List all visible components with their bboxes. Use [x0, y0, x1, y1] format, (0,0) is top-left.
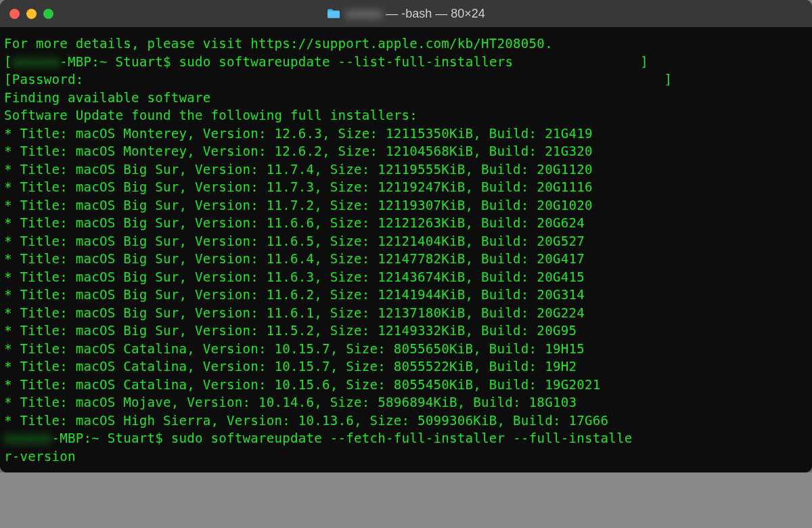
password-line: [Password: ] [4, 71, 808, 89]
installer-row: * Title: macOS Mojave, Version: 10.14.6,… [4, 394, 808, 412]
installer-row: * Title: macOS Big Sur, Version: 11.6.4,… [4, 250, 808, 269]
title-redacted: xxxxxx [346, 7, 382, 20]
terminal-body[interactable]: For more details, please visit https://s… [0, 27, 812, 472]
title-suffix: — -bash — 80×24 [386, 7, 485, 20]
prompt-cmd2: xxxxxx-MBP:~ Stuart$ sudo softwareupdate… [4, 430, 808, 448]
minimize-button[interactable] [26, 9, 37, 19]
installer-row: * Title: macOS Big Sur, Version: 11.7.4,… [4, 161, 808, 179]
info-line: For more details, please visit https://s… [4, 35, 808, 53]
folder-icon [327, 8, 340, 19]
installer-row: * Title: macOS Big Sur, Version: 11.6.6,… [4, 215, 808, 233]
title-bar[interactable]: xxxxxx — -bash — 80×24 [0, 0, 812, 27]
terminal-window: xxxxxx — -bash — 80×24 For more details,… [0, 0, 812, 472]
installer-row: * Title: macOS High Sierra, Version: 10.… [4, 412, 808, 431]
installer-row: * Title: macOS Monterey, Version: 12.6.3… [4, 125, 808, 144]
svg-rect-0 [328, 12, 340, 18]
window-title: xxxxxx — -bash — 80×24 [0, 7, 812, 21]
prompt-cmd1: [xxxxxx-MBP:~ Stuart$ sudo softwareupdat… [4, 53, 808, 72]
installer-row: * Title: macOS Big Sur, Version: 11.7.3,… [4, 179, 808, 197]
installer-row: * Title: macOS Catalina, Version: 10.15.… [4, 340, 808, 359]
redacted-text: xxxxxx [4, 431, 52, 446]
installer-row: * Title: macOS Big Sur, Version: 11.6.1,… [4, 305, 808, 323]
installer-row: * Title: macOS Catalina, Version: 10.15.… [4, 358, 808, 376]
redacted-text: xxxxxx [12, 54, 60, 70]
installer-row: * Title: macOS Big Sur, Version: 11.7.2,… [4, 197, 808, 215]
traffic-lights [9, 9, 53, 19]
installer-row: * Title: macOS Monterey, Version: 12.6.2… [4, 143, 808, 161]
finding-line: Finding available software [4, 89, 808, 108]
found-line: Software Update found the following full… [4, 107, 808, 125]
installer-row: * Title: macOS Big Sur, Version: 11.5.2,… [4, 322, 808, 340]
zoom-button[interactable] [43, 9, 53, 19]
prompt-cmd2-continued: r-version [4, 448, 808, 466]
installer-row: * Title: macOS Big Sur, Version: 11.6.3,… [4, 269, 808, 287]
installer-row: * Title: macOS Catalina, Version: 10.15.… [4, 376, 808, 395]
installer-row: * Title: macOS Big Sur, Version: 11.6.2,… [4, 286, 808, 305]
installer-row: * Title: macOS Big Sur, Version: 11.6.5,… [4, 233, 808, 251]
close-button[interactable] [9, 9, 20, 19]
